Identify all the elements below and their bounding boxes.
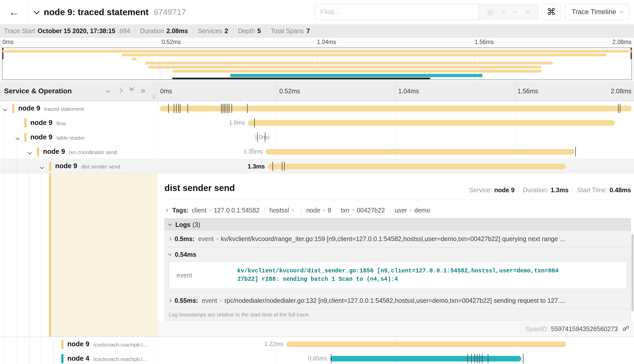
span-timeline-cell: 1.35ms [158,144,634,159]
expand-one-icon[interactable] [119,89,122,93]
span-row[interactable]: node 4/cockroach.roachpb.I…0.85ms [0,351,634,364]
keyboard-shortcuts-button[interactable]: ⌘ [542,4,561,20]
span-row[interactable]: node 9table reader0ms [0,130,634,144]
minimap-canvas[interactable] [2,48,632,80]
span-rows-top: node 9traced statementnode 9flow1.6msnod… [0,101,634,173]
find-tools: ◎ × [478,4,538,19]
chevron-down-icon[interactable] [40,165,43,169]
minimap-right-scrubber[interactable] [630,48,632,59]
trace-minimap[interactable]: 0ms 0.52ms 1.04ms 1.56ms 2.08ms [0,37,634,81]
span-row[interactable]: node 9/cockroach.roachpb.I…1.22ms [0,337,634,351]
logs-header[interactable]: Logs (3) [165,219,631,231]
span-duration-label: 0ms [259,130,270,144]
span-row[interactable]: node 9txn coordinator send1.35ms [0,144,634,159]
log-entry-2-header[interactable]: 0.54ms [165,247,631,262]
span-duration-label: 1.3ms [248,159,265,174]
log-entry-1[interactable]: 0.5ms: event = kv/kvclient/kvcoord/range… [165,231,631,247]
trace-start-fraction: .084 [118,27,130,35]
timeline-gridline [277,130,277,144]
chevron-right-icon [168,237,172,241]
find-close-icon[interactable]: × [525,8,530,16]
collapse-one-icon[interactable] [106,89,109,93]
span-name: node 4/cockroach.roachpb.I… [67,351,148,364]
service-name: node 9 [67,340,89,348]
collapse-all-down-icon[interactable] [130,88,133,91]
minimap-span-bar [173,70,542,73]
span-row[interactable]: node 9flow1.6ms [0,116,634,130]
span-rows-bottom: node 9/cockroach.roachpb.I…1.22msnode 4/… [0,337,634,364]
view-selector-button[interactable]: Trace Timeline [565,4,629,20]
log-tick-mark [468,354,468,363]
log-tick-mark [229,104,229,113]
minimap-left-scrubber[interactable] [2,48,4,59]
chevron-right-icon [168,299,172,302]
logs-count: (3) [193,221,200,228]
divider [233,28,233,34]
span-id-strip: SpanID: 5597415943526560273 [158,321,634,337]
tree-guide-line [5,173,5,337]
log-entry-3[interactable]: 0.55ms: event = rpc/nodedialer/nodediale… [165,292,631,309]
span-duration-bar[interactable] [160,106,631,111]
page-title: node 9: traced statement [44,7,149,17]
minimap-span-bar [132,58,137,60]
span-name-column: node 9/cockroach.roachpb.I… [0,337,158,351]
log-tick-mark [575,147,576,156]
timeline-tick-2: 1.04ms [398,81,419,101]
log-field-value: kv/kvclient/kvcoord/dist_sender.go:1850 … [237,267,560,284]
span-duration-bar[interactable] [266,149,575,155]
chevron-down-icon[interactable] [33,8,39,14]
column-resizer-grip[interactable] [153,95,155,99]
scrollbar-thumb[interactable] [631,234,633,311]
service-operation-label: Service & Operation [4,81,72,101]
span-timeline-cell: 0.85ms [158,351,634,364]
find-prev-icon[interactable] [502,11,506,15]
timeline-tick-0: 0ms [160,81,172,101]
tree-guide-line [17,159,17,173]
log-tick-mark [331,354,331,363]
span-name-column: node 9dist sender send [0,159,158,173]
link-icon[interactable] [622,325,629,333]
tag-key: hostssl [269,207,289,214]
log-tick-mark [471,354,472,363]
trace-summary-bar: Trace StartOctober 15 2020, 17:38:15.084… [0,25,634,37]
span-duration-bar[interactable] [248,120,615,126]
chevron-down-icon[interactable] [28,150,31,155]
minimap-tick-4: 2.08ms [612,39,631,46]
chevron-down-icon[interactable] [4,107,6,112]
expand-all-icon[interactable]: » [141,85,145,95]
span-name: node 9table reader [30,130,85,144]
command-icon: ⌘ [547,7,556,17]
log-tick-mark [223,104,223,113]
timeline-tick-1: 0.52ms [279,81,300,101]
tag-item: node=9 [306,207,331,214]
depth-value: 5 [257,27,261,35]
equals-sign: = [409,207,412,213]
operation-name: dist sender send [81,164,120,170]
total-spans-label: Total Spans [271,27,304,35]
span-row[interactable]: node 9traced statement [0,101,634,116]
find-next-icon[interactable] [513,9,517,13]
total-spans-value: 7 [306,27,310,35]
span-timeline-cell: 1.22ms [158,337,634,351]
span-duration-bar[interactable] [330,356,521,361]
find-input[interactable] [315,4,478,19]
span-duration-bar[interactable] [268,164,566,169]
tree-guide-line [29,337,29,351]
tag-key: client [192,207,206,214]
chevron-down-icon[interactable] [16,136,19,140]
log-tick-mark [247,104,248,113]
tree-guide-line [53,351,53,364]
span-timeline-cell: 1.3ms [158,159,634,173]
span-duration-label: 1.22ms [264,337,283,351]
span-duration-bar[interactable] [286,341,566,347]
tags-row[interactable]: Tags: client=127.0.0.1:54582hostssl=node… [164,203,430,217]
locate-icon[interactable]: ◎ [487,8,493,16]
span-timeline-cell: 0ms [158,130,634,144]
span-duration-bar[interactable] [255,135,257,140]
log-tick-mark [477,354,477,363]
divider [135,28,135,34]
log-time: 0.5ms: [175,235,195,243]
span-row[interactable]: node 9dist sender send1.3ms [0,159,634,173]
back-button[interactable]: ← [0,0,28,24]
span-timeline-cell [158,101,634,116]
